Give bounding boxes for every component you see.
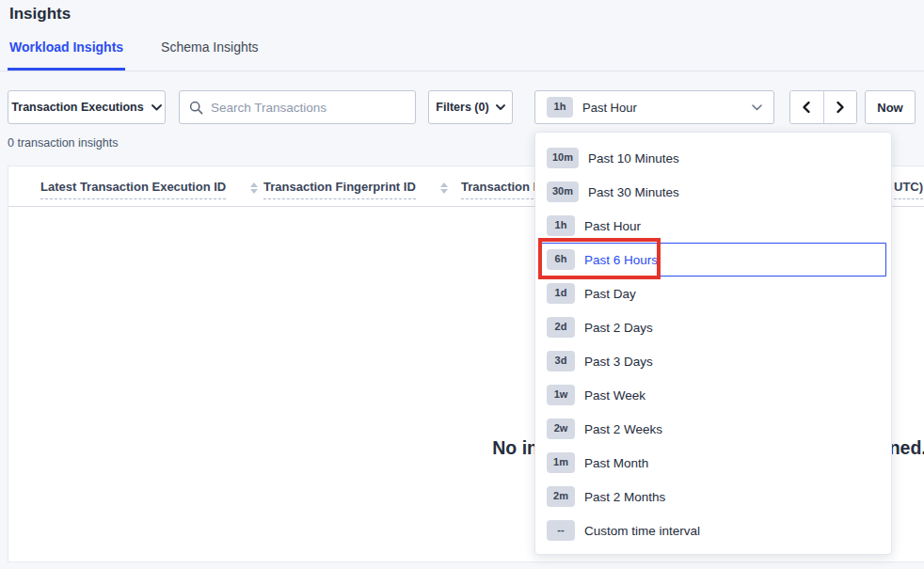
search-icon (189, 101, 203, 115)
tab[interactable]: Schema Insights (159, 40, 261, 71)
insights-count: 0 transaction insights (8, 136, 118, 150)
time-interval-option[interactable]: 2m Past 2 Months (535, 480, 891, 514)
search-input[interactable] (211, 101, 406, 115)
filters-button[interactable]: Filters (0) (428, 90, 513, 124)
interval-badge: -- (547, 520, 575, 540)
time-interval-option[interactable]: 10m Past 10 Minutes (535, 141, 891, 175)
interval-label: Past Week (584, 388, 645, 403)
time-interval-option[interactable]: 2d Past 2 Days (535, 310, 891, 344)
interval-badge: 30m (547, 182, 579, 201)
time-interval-option[interactable]: 3d Past 3 Days (535, 344, 891, 378)
page-title: Insights (9, 5, 71, 24)
chevron-down-icon (151, 104, 162, 111)
time-interval-dropdown: 10m Past 10 Minutes 30m Past 30 Minutes … (534, 132, 892, 555)
now-button[interactable]: Now (865, 90, 916, 124)
time-interval-label: Past Hour (582, 101, 637, 115)
interval-label: Custom time interval (584, 524, 700, 538)
time-nav-group (789, 90, 857, 124)
interval-badge: 3d (547, 351, 575, 371)
interval-label: Past 3 Days (584, 355, 653, 369)
interval-label: Past 2 Months (584, 490, 665, 504)
time-interval-option[interactable]: 2w Past 2 Weeks (535, 412, 891, 446)
search-box (179, 90, 416, 124)
chevron-down-icon (752, 104, 762, 111)
tab-label: Schema Insights (161, 40, 259, 55)
chevron-down-icon (496, 104, 505, 110)
time-interval-option[interactable]: 1w Past Week (535, 378, 891, 412)
tab-label: Workload Insights (9, 40, 123, 55)
time-interval-option[interactable]: 1d Past Day (535, 277, 891, 310)
column-label: UTC) (894, 180, 923, 199)
tab[interactable]: Workload Insights (8, 40, 125, 71)
now-label: Now (877, 101, 902, 115)
interval-badge: 1w (547, 385, 575, 404)
time-interval-option[interactable]: -- Custom time interval (535, 514, 891, 547)
table-column-header[interactable]: Latest Transaction Execution ID (40, 180, 258, 199)
table-column-header[interactable]: Transaction Fingerprint ID (263, 180, 448, 199)
interval-label: Past 2 Weeks (584, 422, 662, 436)
interval-label: Past Month (584, 456, 648, 470)
insight-type-select[interactable]: Transaction Executions (8, 90, 166, 124)
interval-label: Past 10 Minutes (588, 151, 679, 166)
interval-label: Past Day (584, 287, 636, 301)
column-label: Transaction Fingerprint ID (263, 180, 416, 199)
interval-badge: 2w (547, 419, 575, 438)
previous-interval-button[interactable] (790, 91, 823, 123)
time-interval-option[interactable]: 1h Past Hour (535, 209, 891, 243)
interval-badge: 10m (547, 148, 579, 167)
time-interval-select[interactable]: 1h Past Hour (534, 90, 774, 124)
insight-type-label: Transaction Executions (11, 101, 143, 114)
interval-badge: 1d (547, 283, 575, 303)
interval-badge: 1h (547, 215, 575, 235)
time-interval-option[interactable]: 1m Past Month (535, 446, 891, 480)
interval-badge: 6h (547, 249, 575, 269)
time-interval-option[interactable]: 30m Past 30 Minutes (535, 175, 891, 209)
tab-bar: Workload Insights Schema Insights (0, 41, 924, 71)
time-interval-option[interactable]: 6h Past 6 Hours (540, 243, 886, 277)
interval-label: Past 2 Days (584, 321, 653, 335)
interval-label: Past 6 Hours (584, 253, 658, 267)
interval-badge: 2d (547, 317, 575, 337)
next-interval-button[interactable] (823, 91, 856, 123)
time-interval-option-list: 10m Past 10 Minutes 30m Past 30 Minutes … (535, 141, 891, 547)
interval-label: Past Hour (584, 219, 641, 233)
column-label: Latest Transaction Execution ID (40, 180, 226, 199)
sort-icon[interactable] (250, 182, 258, 194)
filters-label: Filters (0) (436, 101, 488, 114)
interval-badge: 1m (547, 452, 575, 472)
interval-badge: 2m (547, 486, 575, 506)
interval-label: Past 30 Minutes (588, 185, 679, 199)
table-column-header[interactable]: UTC) (894, 180, 923, 199)
sort-icon[interactable] (440, 182, 448, 194)
time-interval-badge: 1h (547, 97, 573, 117)
